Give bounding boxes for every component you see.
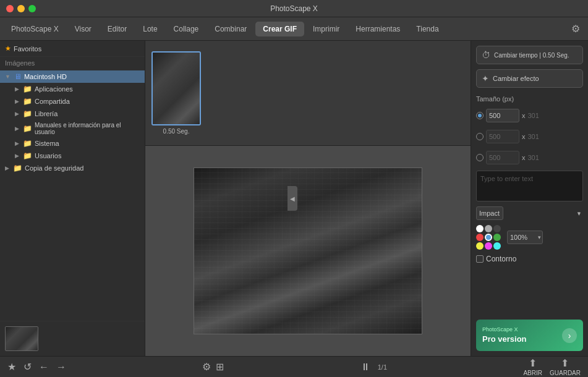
sidebar-favorites[interactable]: ★ Favoritos <box>0 41 145 57</box>
folder-icon: 📁 <box>23 109 32 118</box>
gear-icon[interactable]: ⚙ <box>567 20 584 38</box>
main-layout: ★ Favoritos Imágenes ▼ 🖥 Macintosh HD ▶ … <box>0 41 588 356</box>
tree-item-compartida[interactable]: ▶ 📁 Compartida <box>0 95 145 108</box>
bottom-toolbar: ★ ↺ ← → ⚙ ⊞ ⏸ 1/1 ⬆ ABRIR ⬆ GUARDAR <box>0 356 588 377</box>
color-grid <box>476 225 501 250</box>
pro-banner-content: PhotoScape X Pro version <box>482 326 527 345</box>
bottom-settings: ⚙ ⊞ <box>202 361 224 373</box>
contorno-row: Contorno <box>476 255 583 263</box>
nav-item-herramientas[interactable]: Herramientas <box>348 22 407 36</box>
nav-item-tienda[interactable]: Tienda <box>409 22 446 36</box>
nav-item-combinar[interactable]: Combinar <box>207 22 254 36</box>
pause-icon[interactable]: ⏸ <box>360 362 370 373</box>
nav-item-editor[interactable]: Editor <box>100 22 134 36</box>
folder-icon: 🖥 <box>14 72 22 81</box>
size-radio-3[interactable] <box>476 154 484 161</box>
font-select[interactable]: Impact <box>476 206 503 220</box>
folder-icon: 📁 <box>23 151 32 160</box>
maximize-button[interactable] <box>28 5 36 12</box>
color-dot-dark[interactable] <box>493 225 501 232</box>
main-photo-area <box>145 146 471 356</box>
back-icon[interactable]: ← <box>39 362 49 373</box>
grid-icon[interactable]: ⊞ <box>216 361 224 373</box>
size-width-3 <box>486 151 519 164</box>
size-width-1[interactable] <box>486 109 519 122</box>
close-button[interactable] <box>6 5 14 12</box>
right-panel: ⏱ Cambiar tiempo | 0.50 Seg. ✦ Cambiar e… <box>471 41 588 356</box>
size-radio-1[interactable] <box>476 112 484 119</box>
film-frame-item[interactable]: PRO 0.50 Seg. <box>151 51 201 135</box>
page-info: 1/1 <box>378 363 387 371</box>
tree-item-macintosh-hd[interactable]: ▼ 🖥 Macintosh HD <box>0 70 145 83</box>
nav-item-photoscape[interactable]: PhotoScape X <box>4 22 66 36</box>
nav-item-visor[interactable]: Visor <box>67 22 99 36</box>
text-input[interactable]: Type to enter text <box>476 171 583 201</box>
nav-item-lote[interactable]: Lote <box>135 22 164 36</box>
film-aerial <box>153 53 200 124</box>
size-width-2 <box>486 130 519 143</box>
change-effect-button[interactable]: ✦ Cambiar efecto <box>476 69 583 88</box>
tree-label: Manuales e información para el usuario <box>35 122 140 135</box>
pro-arrow-icon[interactable]: › <box>562 328 577 343</box>
open-button[interactable]: ⬆ ABRIR <box>523 357 542 376</box>
change-time-label: Cambiar tiempo | 0.50 Seg. <box>494 52 569 59</box>
color-dot-yellow[interactable] <box>476 242 484 250</box>
expand-arrow: ▼ <box>5 74 11 80</box>
color-dot-blue-selected[interactable] <box>485 234 492 241</box>
size-radio-2[interactable] <box>476 133 484 140</box>
tree-label: Usuarios <box>35 152 61 159</box>
expand-arrow: ▶ <box>15 111 19 117</box>
refresh-icon[interactable]: ↺ <box>23 361 32 373</box>
size-height-1: 301 <box>528 112 539 119</box>
change-time-button[interactable]: ⏱ Cambiar tiempo | 0.50 Seg. <box>476 46 583 64</box>
color-dot-green[interactable] <box>493 234 501 241</box>
save-button[interactable]: ⬆ GUARDAR <box>550 357 581 376</box>
tree-item-aplicaciones[interactable]: ▶ 📁 Aplicaciones <box>0 83 145 95</box>
size-row-1: x 301 <box>476 109 583 122</box>
nav-item-crear-gif[interactable]: Crear GIF <box>255 22 304 36</box>
star-icon: ★ <box>5 44 11 53</box>
tree-item-copia[interactable]: ▶ 📁 Copia de seguridad <box>0 162 145 174</box>
size-x-1: x <box>522 112 526 119</box>
tree-item-libreria[interactable]: ▶ 📁 Librería <box>0 108 145 120</box>
settings-icon[interactable]: ⚙ <box>202 361 211 373</box>
text-placeholder: Type to enter text <box>480 175 533 182</box>
thumbnail-area <box>0 321 145 356</box>
minimize-button[interactable] <box>17 5 25 12</box>
tree-label: Librería <box>35 110 58 117</box>
nav-item-collage[interactable]: Collage <box>166 22 207 36</box>
pro-brand-label: PhotoScape X <box>482 326 527 334</box>
film-frame[interactable]: PRO <box>151 51 201 125</box>
title-bar: PhotoScape X <box>0 0 588 17</box>
pro-banner[interactable]: PhotoScape X Pro version › <box>476 320 583 351</box>
size-color-row: 100% ▾ <box>476 225 583 250</box>
font-size-select-wrap: 100% ▾ <box>507 231 543 244</box>
open-label: ABRIR <box>523 370 542 376</box>
color-dot-pink[interactable] <box>485 242 492 250</box>
tree-label: Copia de seguridad <box>25 164 83 172</box>
collapse-sidebar-button[interactable]: ◀ <box>288 186 297 211</box>
window-controls <box>6 5 36 12</box>
star-bottom-icon[interactable]: ★ <box>7 361 16 373</box>
expand-arrow: ▶ <box>15 125 19 132</box>
size-row-2: x 301 <box>476 130 583 143</box>
forward-icon[interactable]: → <box>56 362 66 373</box>
font-size-select[interactable]: 100% <box>507 231 543 244</box>
nav-item-imprimir[interactable]: Imprimir <box>305 22 347 36</box>
size-height-3: 301 <box>528 154 539 161</box>
contorno-label: Contorno <box>486 255 516 263</box>
size-height-2: 301 <box>528 133 539 140</box>
color-dot-cyan[interactable] <box>493 242 501 250</box>
timer-icon: ⏱ <box>482 50 490 60</box>
color-dot-gray[interactable] <box>485 225 492 232</box>
tree-item-usuarios[interactable]: ▶ 📁 Usuarios <box>0 150 145 162</box>
contorno-checkbox[interactable] <box>476 255 484 263</box>
tree-item-manuales[interactable]: ▶ 📁 Manuales e información para el usuar… <box>0 120 145 137</box>
tree-item-sistema[interactable]: ▶ 📁 Sistema <box>0 137 145 150</box>
film-time-label: 0.50 Seg. <box>163 128 190 135</box>
tree-label: Aplicaciones <box>35 85 73 93</box>
change-effect-label: Cambiar efecto <box>493 75 539 82</box>
color-dot-red[interactable] <box>476 234 484 241</box>
color-dot-white[interactable] <box>476 225 484 232</box>
folder-icon: 📁 <box>23 85 32 93</box>
